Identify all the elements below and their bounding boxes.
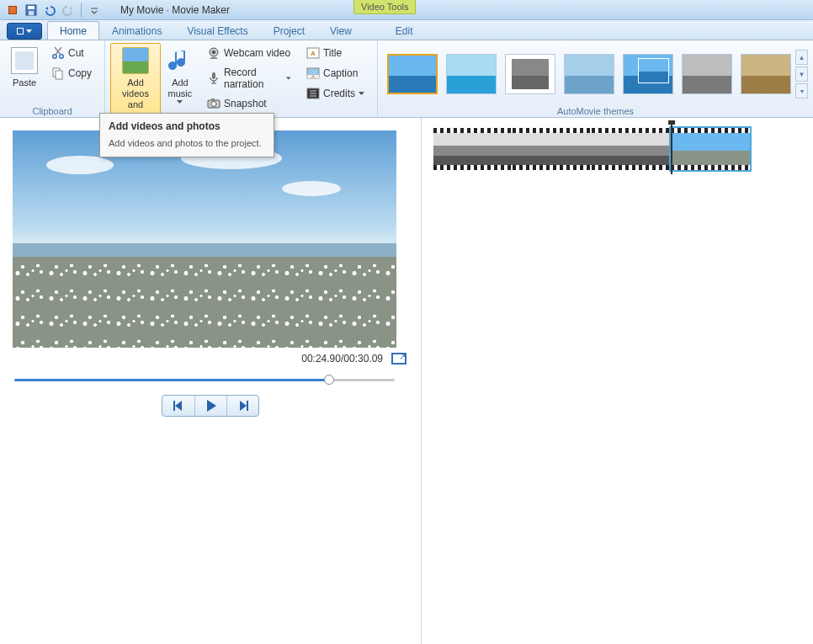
- clipboard-group-label: Clipboard: [5, 105, 99, 116]
- tooltip-title: Add videos and photos: [109, 120, 265, 132]
- tab-project[interactable]: Project: [261, 21, 317, 40]
- svg-rect-20: [247, 401, 248, 411]
- svg-point-3: [53, 55, 56, 58]
- svg-point-8: [212, 51, 215, 54]
- workspace: 00:24.90/00:30.09: [0, 118, 813, 644]
- automovie-group-label: AutoMovie themes: [383, 105, 808, 116]
- credits-icon: [306, 87, 320, 100]
- file-menu-button[interactable]: [7, 23, 42, 40]
- svg-point-4: [60, 55, 63, 58]
- title-button[interactable]: A Title: [302, 44, 369, 62]
- seek-thumb[interactable]: [324, 375, 334, 385]
- webcam-label: Webcam video: [224, 47, 290, 59]
- caption-label: Caption: [323, 67, 358, 79]
- ribbon-group-add: Add videos and photos Add music Webcam v…: [105, 40, 378, 117]
- scissors-icon: [51, 46, 65, 60]
- svg-text:A: A: [311, 74, 315, 79]
- fullscreen-icon[interactable]: [391, 353, 406, 365]
- timeline-clip[interactable]: [592, 128, 671, 170]
- record-narration-button[interactable]: Record narration: [203, 64, 295, 93]
- play-button[interactable]: [194, 396, 226, 416]
- svg-rect-9: [212, 72, 215, 79]
- svg-text:A: A: [311, 50, 316, 57]
- theme-cinematic[interactable]: [505, 54, 555, 94]
- svg-point-11: [211, 102, 216, 107]
- playhead[interactable]: [671, 124, 672, 174]
- prev-frame-button[interactable]: [162, 396, 194, 416]
- theme-default[interactable]: [387, 54, 438, 94]
- webcam-icon: [207, 46, 221, 60]
- copy-button[interactable]: Copy: [47, 64, 96, 82]
- snapshot-label: Snapshot: [224, 98, 267, 109]
- credits-button[interactable]: Credits: [302, 84, 369, 103]
- gallery-up-icon[interactable]: ▲: [795, 50, 808, 65]
- gallery-more-icon[interactable]: ▾: [795, 83, 808, 98]
- credits-label: Credits: [323, 88, 355, 99]
- next-frame-button[interactable]: [226, 396, 258, 416]
- preview-pane: 00:24.90/00:30.09: [0, 118, 421, 644]
- qat-divider: [81, 3, 82, 17]
- title-label: Title: [323, 47, 342, 59]
- svg-rect-12: [211, 98, 215, 100]
- ribbon-group-automovie: ▲ ▼ ▾ AutoMovie themes: [378, 40, 813, 117]
- qat-save-icon[interactable]: [24, 3, 38, 17]
- photo-icon: [122, 47, 149, 74]
- svg-rect-1: [28, 6, 35, 9]
- title-icon: A: [306, 46, 320, 60]
- tab-strip: Home Animations Visual Effects Project V…: [0, 20, 813, 40]
- qat-redo-icon[interactable]: [61, 3, 75, 17]
- theme-pan-zoom[interactable]: [623, 54, 673, 94]
- timeline-clip-selected[interactable]: [671, 128, 750, 170]
- music-note-icon: [167, 47, 194, 74]
- svg-rect-19: [173, 401, 175, 411]
- gallery-down-icon[interactable]: ▼: [795, 67, 808, 82]
- copy-label: Copy: [68, 67, 92, 79]
- theme-fade[interactable]: [564, 54, 614, 94]
- theme-black-white[interactable]: [682, 54, 732, 94]
- tooltip-body: Add videos and photos to the project.: [109, 137, 265, 150]
- contextual-tab-label: Video Tools: [353, 0, 416, 14]
- qat-customize-icon[interactable]: [88, 3, 101, 17]
- window-title: My Movie · Movie Maker: [120, 4, 230, 16]
- theme-sepia[interactable]: [741, 54, 791, 94]
- webcam-video-button[interactable]: Webcam video: [203, 44, 295, 62]
- time-display: 00:24.90/00:30.09: [301, 353, 383, 365]
- seek-slider[interactable]: [14, 371, 395, 388]
- timeline-pane[interactable]: [422, 118, 813, 644]
- paste-button[interactable]: Paste: [5, 43, 44, 105]
- paste-label: Paste: [13, 77, 36, 88]
- tooltip: Add videos and photos Add videos and pho…: [99, 113, 274, 157]
- cut-button[interactable]: Cut: [47, 44, 96, 62]
- camera-icon: [207, 97, 221, 110]
- timeline-clip[interactable]: [433, 128, 513, 170]
- svg-rect-6: [56, 71, 62, 79]
- preview-viewport: [13, 130, 396, 348]
- tab-visual-effects[interactable]: Visual Effects: [174, 21, 260, 40]
- narration-label: Record narration: [224, 67, 284, 90]
- tab-edit[interactable]: Edit: [383, 21, 426, 40]
- tab-animations[interactable]: Animations: [99, 21, 174, 40]
- timeline-clip[interactable]: [513, 128, 592, 170]
- ribbon-group-clipboard: Paste Cut Copy Clipboard: [0, 40, 105, 117]
- tab-home[interactable]: Home: [47, 21, 99, 40]
- theme-contemporary[interactable]: [446, 54, 497, 94]
- add-music-label: Add music: [168, 77, 193, 99]
- tab-view[interactable]: View: [317, 21, 364, 40]
- clipboard-icon: [11, 47, 38, 74]
- qat-undo-icon[interactable]: [43, 3, 56, 17]
- copy-icon: [51, 67, 65, 80]
- microphone-icon: [207, 72, 221, 85]
- caption-icon: A: [306, 67, 320, 80]
- playback-controls: [162, 395, 259, 417]
- timeline-track[interactable]: [433, 128, 801, 170]
- svg-rect-2: [29, 11, 34, 15]
- ribbon: Paste Cut Copy Clipboard Add videos and …: [0, 40, 813, 118]
- qat-app-icon[interactable]: [6, 3, 19, 17]
- caption-button[interactable]: A Caption: [302, 64, 369, 82]
- cut-label: Cut: [68, 47, 84, 59]
- snapshot-button[interactable]: Snapshot: [203, 94, 295, 113]
